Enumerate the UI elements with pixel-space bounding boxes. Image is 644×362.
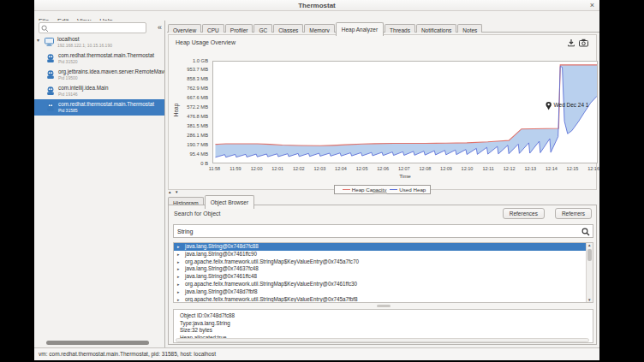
y-tick: 762.9 MB	[169, 86, 208, 91]
y-tick: 286.1 MB	[169, 133, 208, 138]
expand-icon[interactable]: ▸	[177, 296, 180, 303]
vm-pid: Pid 19500	[58, 75, 78, 80]
expand-icon[interactable]: ▸	[177, 265, 180, 273]
title-bar[interactable]: Thermostat ×	[34, 0, 599, 11]
sidebar-search-input[interactable]	[39, 22, 146, 33]
vm-name: org.jetbrains.idea.maven.server.RemoteMa…	[58, 68, 164, 74]
tab-bar: OverviewCPUProfilerGCClassesMemoryHeap A…	[167, 21, 599, 33]
camera-icon[interactable]	[579, 39, 588, 47]
scroll-up-icon[interactable]: ▲	[587, 243, 591, 247]
object-row-1[interactable]: ▸java.lang.String@0x7461ffc90	[174, 251, 593, 258]
expand-icon[interactable]: ▸	[177, 251, 180, 258]
splitter-grip[interactable]	[373, 192, 387, 194]
sidebar-item-host[interactable]: ▾ localhost 192.168.122.1; 10.15.16.190	[34, 36, 164, 50]
tab-heap-analyzer[interactable]: Heap Analyzer	[336, 22, 384, 36]
y-tick: 190.7 MB	[169, 142, 208, 147]
window-title: Thermostat	[298, 2, 336, 9]
y-tick: 381.5 MB	[169, 123, 208, 128]
y-tick: 572.2 MB	[169, 104, 208, 110]
object-list: ▸java.lang.String@0x748d7fc88▸java.lang.…	[173, 242, 593, 303]
heap-panel-title: Heap Usage Overview	[176, 39, 236, 45]
vm-icon	[45, 69, 56, 80]
search-icon[interactable]	[581, 228, 590, 236]
app-window: Thermostat × FileEditViewHelp « ▾ localh…	[34, 0, 599, 360]
object-label: org.apache.felix.framework.util.StringMa…	[185, 281, 357, 287]
object-row-4[interactable]: ▸java.lang.String@0x7461ffc48	[174, 273, 593, 281]
heap-chart-svg: Wed Dec 24 1	[213, 62, 597, 163]
sidebar-item-vm-0[interactable]: com.redhat.thermostat.main.ThermostatPid…	[34, 50, 164, 67]
tab-object-browser[interactable]: Object Browser	[205, 195, 254, 209]
object-search-input[interactable]: String	[173, 224, 593, 238]
vm-pid: Pid 19146	[58, 92, 78, 97]
x-tick: 12:16	[581, 166, 606, 171]
vm-pid: Pid 31585	[58, 108, 78, 113]
heap-chart: Wed Dec 24 1	[212, 61, 598, 163]
details-splitter-grip[interactable]	[377, 305, 391, 307]
vm-name: com.redhat.thermostat.main.Thermostat	[58, 101, 154, 107]
vm-pid: Pid 31520	[58, 59, 78, 64]
vm-icon	[45, 53, 56, 63]
status-bar: vm: com.redhat.thermostat.main.Thermosta…	[34, 347, 599, 360]
heap-dump-download-icon[interactable]	[567, 39, 575, 47]
referrers-button[interactable]: Referrers	[555, 208, 592, 219]
y-tick: 95.4 MB	[169, 151, 208, 157]
scrollbar-thumb[interactable]	[587, 249, 592, 261]
sidebar-item-vm-2[interactable]: com.intellij.idea.MainPid 19146	[34, 83, 164, 99]
heap-analyzer-view: Heap Usage Overview Heap Wed Dec 24 1 Ti…	[165, 33, 599, 347]
object-label: java.lang.String@0x748d7fc88	[185, 243, 259, 249]
object-row-0[interactable]: ▸java.lang.String@0x748d7fc88	[174, 243, 593, 251]
detail-line: Size:32 bytes	[180, 327, 593, 335]
y-tick: 858.3 MB	[169, 76, 208, 81]
expand-icon[interactable]: ▸	[177, 243, 180, 251]
sidebar-item-vm-3[interactable]: com.redhat.thermostat.main.ThermostatPid…	[34, 99, 164, 116]
main-area: OverviewCPUProfilerGCClassesMemoryHeap A…	[165, 21, 599, 347]
expand-icon[interactable]: ▸	[177, 288, 180, 296]
detail-line: Type:java.lang.String	[180, 320, 593, 328]
expand-icon[interactable]: ▸	[177, 281, 180, 288]
status-text: vm: com.redhat.thermostat.main.Thermosta…	[39, 351, 216, 357]
object-browser-tab-bar: HistogramObject Browser	[167, 193, 254, 205]
y-tick: 667.6 MB	[169, 95, 208, 100]
host-detail: 192.168.122.1; 10.15.16.190	[57, 43, 112, 48]
object-row-3[interactable]: ▸java.lang.String@0x74637fc48	[174, 265, 593, 273]
object-browser-panel: Search for Object References Referrers S…	[168, 205, 597, 345]
chart-x-axis-label: Time	[392, 173, 418, 179]
object-browser-hscrollbar[interactable]	[176, 338, 589, 342]
expand-icon[interactable]: ▸	[177, 273, 180, 281]
object-label: org.apache.felix.framework.util.StringMa…	[185, 258, 359, 264]
object-label: java.lang.String@0x7461ffc48	[185, 273, 257, 279]
search-icon	[41, 25, 49, 33]
y-tick: 1.0 GB	[169, 58, 208, 63]
expand-icon[interactable]: ▸	[177, 258, 180, 266]
vm-name: com.redhat.thermostat.main.Thermostat	[58, 52, 154, 58]
object-row-6[interactable]: ▸java.lang.String@0x748d7fbf8	[174, 288, 593, 296]
scroll-down-icon[interactable]: ▼	[587, 298, 591, 302]
menu-bar: FileEditViewHelp	[34, 11, 599, 21]
svg-text:Wed Dec 24 1: Wed Dec 24 1	[554, 102, 589, 108]
object-label: java.lang.String@0x74637fc48	[185, 265, 259, 271]
y-tick: 953.7 MB	[169, 67, 208, 72]
host-name: localhost	[57, 36, 80, 42]
search-for-object-label: Search for Object	[174, 211, 220, 217]
object-label: java.lang.String@0x7461ffc90	[185, 251, 257, 257]
vm-name: com.intellij.idea.Main	[58, 85, 108, 91]
object-label: org.apache.felix.framework.util.StringMa…	[185, 296, 358, 302]
sidebar: « ▾ localhost 192.168.122.1; 10.15.16.19…	[34, 21, 165, 347]
object-search-value: String	[177, 228, 193, 234]
sidebar-hscrollbar-thumb[interactable]	[46, 341, 149, 345]
close-icon[interactable]: ×	[590, 0, 594, 10]
object-row-5[interactable]: ▸org.apache.felix.framework.util.StringM…	[174, 281, 593, 288]
detail-line: Object ID:0x748d7fc88	[180, 312, 593, 320]
computer-icon	[45, 38, 54, 46]
references-button[interactable]: References	[503, 208, 545, 219]
object-rows: ▸java.lang.String@0x748d7fc88▸java.lang.…	[174, 243, 593, 303]
y-tick: 476.8 MB	[169, 114, 208, 119]
sidebar-item-vm-1[interactable]: org.jetbrains.idea.maven.server.RemoteMa…	[34, 67, 164, 83]
object-list-vscrollbar[interactable]: ▲ ▼	[586, 243, 593, 302]
vm-icon	[45, 86, 56, 96]
chevron-down-icon[interactable]: ▾	[37, 37, 39, 43]
sidebar-collapse-button[interactable]: «	[158, 21, 162, 33]
object-row-7[interactable]: ▸org.apache.felix.framework.util.StringM…	[174, 296, 593, 303]
object-row-2[interactable]: ▸org.apache.felix.framework.util.StringM…	[174, 258, 593, 266]
heap-usage-panel: Heap Usage Overview Heap Wed Dec 24 1 Ti…	[168, 34, 597, 190]
